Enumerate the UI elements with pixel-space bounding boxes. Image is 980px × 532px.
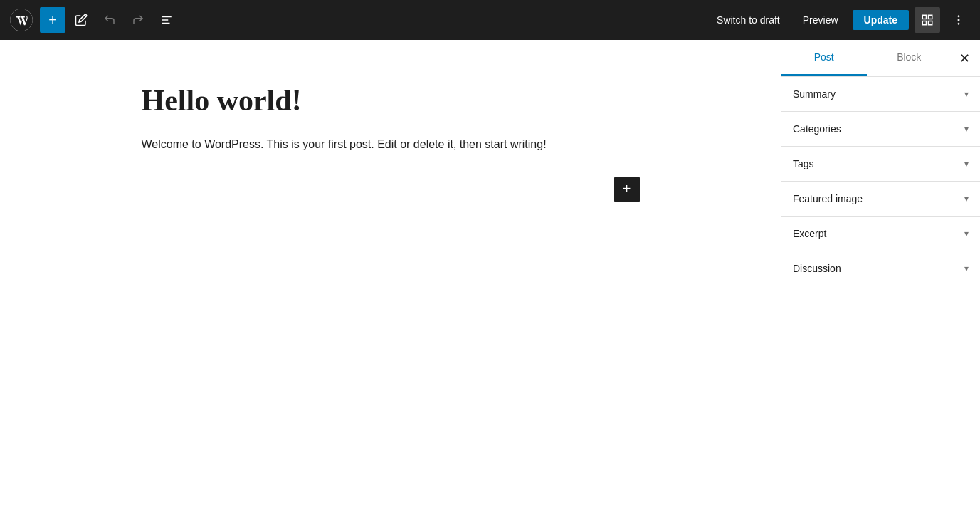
editor-area: Hello world! Welcome to WordPress. This … <box>0 40 781 532</box>
categories-label: Categories <box>793 123 841 135</box>
tags-section-toggle[interactable]: Tags ▾ <box>781 147 980 181</box>
featured-image-section: Featured image ▾ <box>781 182 980 217</box>
featured-image-chevron-icon: ▾ <box>964 194 969 204</box>
svg-rect-4 <box>922 15 926 19</box>
tab-block[interactable]: Block <box>867 40 952 76</box>
svg-rect-6 <box>929 21 932 25</box>
tab-post[interactable]: Post <box>781 40 867 76</box>
summary-chevron-icon: ▾ <box>964 89 969 99</box>
post-title[interactable]: Hello world! <box>142 83 640 118</box>
svg-rect-5 <box>929 15 932 19</box>
svg-point-8 <box>958 16 959 17</box>
update-button[interactable]: Update <box>853 10 909 30</box>
discussion-section: Discussion ▾ <box>781 251 980 286</box>
main-layout: Hello world! Welcome to WordPress. This … <box>0 40 980 532</box>
more-options-button[interactable] <box>946 7 971 33</box>
summary-section-toggle[interactable]: Summary ▾ <box>781 77 980 111</box>
svg-point-10 <box>958 23 959 24</box>
toolbar-right: Switch to draft Preview Update <box>708 7 971 33</box>
settings-toggle-button[interactable] <box>915 7 940 33</box>
sidebar-close-button[interactable]: ✕ <box>952 46 977 71</box>
undo-button[interactable] <box>97 7 122 33</box>
sidebar-header: Post Block ✕ <box>781 40 980 77</box>
summary-label: Summary <box>793 88 836 100</box>
tags-label: Tags <box>793 158 814 169</box>
excerpt-section-toggle[interactable]: Excerpt ▾ <box>781 217 980 251</box>
summary-section: Summary ▾ <box>781 77 980 112</box>
switch-to-draft-button[interactable]: Switch to draft <box>708 10 789 30</box>
document-overview-button[interactable] <box>154 7 179 33</box>
categories-section-toggle[interactable]: Categories ▾ <box>781 112 980 146</box>
excerpt-label: Excerpt <box>793 228 826 239</box>
editor-content: Hello world! Welcome to WordPress. This … <box>142 83 640 202</box>
discussion-chevron-icon: ▾ <box>964 264 969 273</box>
categories-chevron-icon: ▾ <box>964 124 969 134</box>
featured-image-section-toggle[interactable]: Featured image ▾ <box>781 182 980 216</box>
discussion-label: Discussion <box>793 263 841 274</box>
svg-rect-7 <box>922 21 926 25</box>
post-body[interactable]: Welcome to WordPress. This is your first… <box>142 135 640 154</box>
discussion-section-toggle[interactable]: Discussion ▾ <box>781 251 980 286</box>
add-block-inline-button[interactable]: + <box>614 177 640 202</box>
svg-point-9 <box>958 19 959 21</box>
sidebar: Post Block ✕ Summary ▾ Categories ▾ Tags… <box>781 40 980 532</box>
tags-chevron-icon: ▾ <box>964 159 969 169</box>
wp-logo[interactable] <box>9 7 34 33</box>
add-block-toolbar-button[interactable]: + <box>40 7 65 33</box>
excerpt-chevron-icon: ▾ <box>964 229 969 239</box>
excerpt-section: Excerpt ▾ <box>781 217 980 251</box>
redo-button[interactable] <box>125 7 151 33</box>
featured-image-label: Featured image <box>793 193 863 204</box>
preview-button[interactable]: Preview <box>794 10 847 30</box>
tags-section: Tags ▾ <box>781 147 980 182</box>
edit-mode-button[interactable] <box>68 7 94 33</box>
categories-section: Categories ▾ <box>781 112 980 147</box>
toolbar: + Switch to draft Preview Update <box>0 0 980 40</box>
